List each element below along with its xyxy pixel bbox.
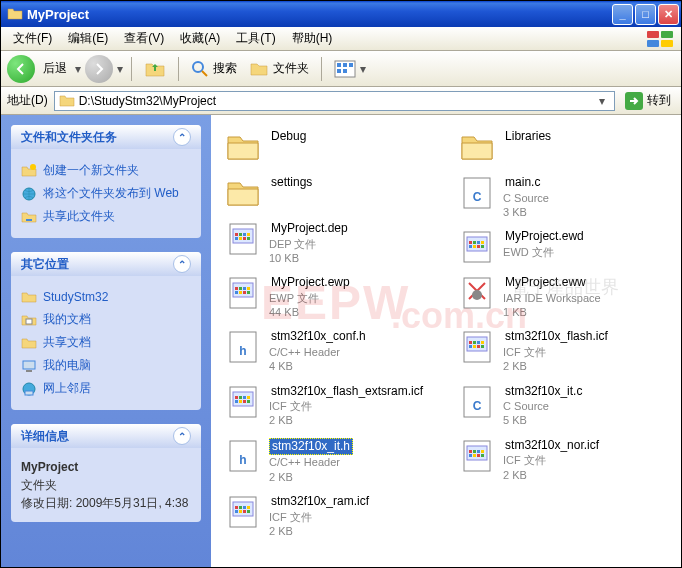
places-panel-header[interactable]: 其它位置 ⌃ [11, 252, 201, 276]
file-item[interactable]: MyProject.depDEP 文件10 KB [223, 219, 427, 267]
svg-rect-56 [239, 506, 242, 509]
menu-tools[interactable]: 工具(T) [228, 27, 283, 50]
toolbar: 后退 ▾ ▾ 搜索 文件夹 ▾ [1, 51, 681, 87]
file-item[interactable]: MyProject.ewdEWD 文件 [457, 227, 612, 267]
place-shared-docs[interactable]: 共享文档 [21, 331, 191, 354]
menu-view[interactable]: 查看(V) [116, 27, 172, 50]
file-meta: 2 KB [269, 524, 371, 538]
menu-file[interactable]: 文件(F) [5, 27, 60, 50]
file-meta: 2 KB [269, 470, 353, 484]
place-parent-folder[interactable]: StudyStm32 [21, 286, 191, 308]
go-button[interactable]: 转到 [621, 90, 675, 112]
file-item[interactable]: Cstm32f10x_it.cC Source5 KB [457, 382, 612, 430]
maximize-button[interactable]: □ [635, 4, 656, 25]
chevron-up-icon[interactable]: ⌃ [173, 255, 191, 273]
sidebar: 文件和文件夹任务 ⌃ 创建一个新文件夹 将这个文件夹发布到 Web 共享此文件夹 [1, 115, 211, 567]
eww-icon [459, 275, 495, 311]
svg-rect-50 [247, 400, 250, 403]
file-list[interactable]: EEPW .com.cn 電子產品世界 DebugsettingsMyProje… [211, 115, 681, 567]
address-dropdown[interactable]: ▾ [594, 94, 610, 108]
file-item[interactable]: Debug [223, 127, 427, 167]
svg-rect-86 [481, 345, 484, 348]
svg-rect-59 [235, 510, 238, 513]
close-button[interactable]: ✕ [658, 4, 679, 25]
file-item[interactable]: hstm32f10x_conf.hC/C++ Header4 KB [223, 327, 427, 375]
menu-help[interactable]: 帮助(H) [284, 27, 341, 50]
svg-rect-27 [243, 237, 246, 240]
details-panel-header[interactable]: 详细信息 ⌃ [11, 424, 201, 448]
place-my-documents[interactable]: 我的文档 [21, 308, 191, 331]
svg-rect-69 [477, 241, 480, 244]
file-name: MyProject.dep [269, 221, 350, 237]
forward-dropdown[interactable]: ▾ [117, 62, 123, 76]
address-input[interactable]: D:\StudyStm32\MyProject ▾ [54, 91, 615, 111]
task-new-folder[interactable]: 创建一个新文件夹 [21, 159, 191, 182]
svg-rect-31 [235, 287, 238, 290]
file-name: stm32f10x_ram.icf [269, 494, 371, 510]
svg-rect-70 [481, 241, 484, 244]
dep-icon [225, 221, 261, 257]
svg-rect-95 [469, 454, 472, 457]
file-item[interactable]: stm32f10x_flash.icfICF 文件2 KB [457, 327, 612, 375]
place-network[interactable]: 网上邻居 [21, 377, 191, 400]
back-label: 后退 [39, 60, 71, 77]
file-item[interactable]: stm32f10x_nor.icfICF 文件2 KB [457, 436, 612, 484]
file-item[interactable]: hstm32f10x_it.hC/C++ Header2 KB [223, 436, 427, 486]
file-meta: EWD 文件 [503, 245, 586, 259]
folders-button[interactable]: 文件夹 [245, 55, 313, 83]
file-meta: 3 KB [503, 205, 549, 219]
svg-rect-73 [477, 245, 480, 248]
views-button[interactable]: ▾ [330, 56, 370, 82]
svg-rect-32 [239, 287, 242, 290]
svg-rect-58 [247, 506, 250, 509]
tasks-panel-header[interactable]: 文件和文件夹任务 ⌃ [11, 125, 201, 149]
svg-rect-45 [243, 396, 246, 399]
up-button[interactable] [140, 54, 170, 84]
svg-rect-46 [247, 396, 250, 399]
search-button[interactable]: 搜索 [187, 56, 241, 82]
documents-icon [21, 312, 37, 328]
c-icon: C [459, 384, 495, 420]
icf-icon [459, 438, 495, 474]
file-item[interactable]: stm32f10x_flash_extsram.icfICF 文件2 KB [223, 382, 427, 430]
windows-flag-icon [645, 29, 677, 49]
svg-rect-26 [239, 237, 242, 240]
place-my-computer[interactable]: 我的电脑 [21, 354, 191, 377]
svg-rect-96 [473, 454, 476, 457]
svg-rect-55 [235, 506, 238, 509]
svg-point-76 [472, 290, 482, 300]
back-button[interactable] [7, 55, 35, 83]
svg-rect-47 [235, 400, 238, 403]
file-item[interactable]: Libraries [457, 127, 612, 167]
file-item[interactable]: settings [223, 173, 427, 213]
details-panel: 详细信息 ⌃ MyProject 文件夹 修改日期: 2009年5月31日, 4… [11, 424, 201, 522]
file-item[interactable]: MyProject.ewwIAR IDE Workspace1 KB [457, 273, 612, 321]
svg-rect-61 [243, 510, 246, 513]
svg-rect-85 [477, 345, 480, 348]
file-name: stm32f10x_flash.icf [503, 329, 610, 345]
minimize-button[interactable]: _ [612, 4, 633, 25]
svg-rect-0 [647, 31, 659, 38]
task-publish-web[interactable]: 将这个文件夹发布到 Web [21, 182, 191, 205]
file-meta: ICF 文件 [269, 510, 371, 524]
file-item[interactable]: stm32f10x_ram.icfICF 文件2 KB [223, 492, 427, 540]
chevron-up-icon[interactable]: ⌃ [173, 427, 191, 445]
menu-favorites[interactable]: 收藏(A) [172, 27, 228, 50]
svg-rect-81 [477, 341, 480, 344]
folder-icon [225, 175, 261, 211]
c-icon: C [459, 175, 495, 211]
svg-rect-74 [481, 245, 484, 248]
svg-rect-93 [477, 450, 480, 453]
chevron-up-icon[interactable]: ⌃ [173, 128, 191, 146]
back-dropdown[interactable]: ▾ [75, 62, 81, 76]
file-name: MyProject.eww [503, 275, 601, 291]
task-share[interactable]: 共享此文件夹 [21, 205, 191, 228]
svg-rect-2 [647, 40, 659, 47]
menu-edit[interactable]: 编辑(E) [60, 27, 116, 50]
svg-rect-62 [247, 510, 250, 513]
file-name: stm32f10x_nor.icf [503, 438, 601, 454]
file-item[interactable]: MyProject.ewpEWP 文件44 KB [223, 273, 427, 321]
titlebar[interactable]: MyProject _ □ ✕ [1, 1, 681, 27]
file-item[interactable]: Cmain.cC Source3 KB [457, 173, 612, 221]
svg-rect-60 [239, 510, 242, 513]
